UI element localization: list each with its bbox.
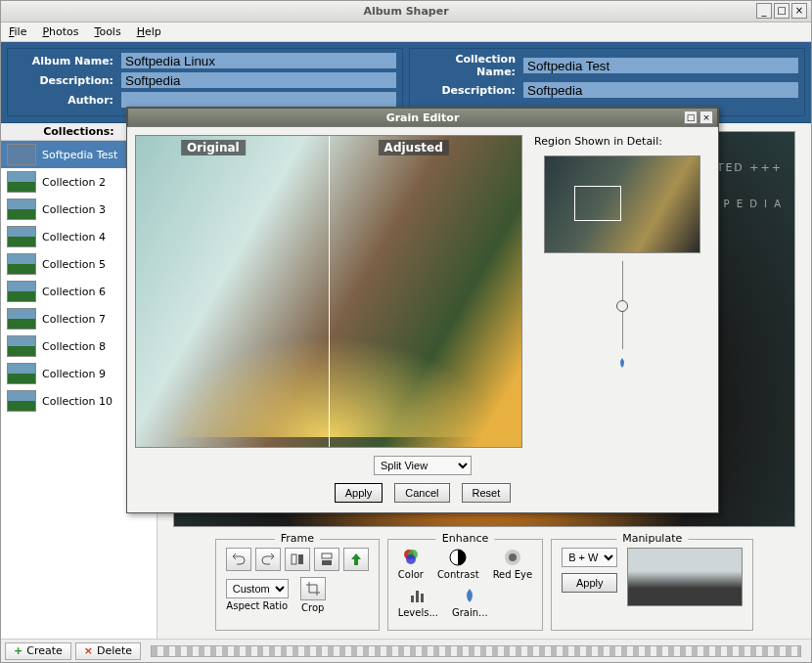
collection-label: Collection 2	[42, 176, 106, 189]
collection-label: Softpedia Test	[42, 149, 117, 161]
view-mode-select[interactable]: Split View	[374, 456, 472, 475]
collection-thumb	[7, 281, 36, 302]
menubar: File Photos Tools Help	[1, 22, 811, 42]
app-title: Album Shaper	[363, 5, 448, 18]
grain-editor-titlebar: Grain Editor □ ×	[127, 108, 718, 127]
status-scale	[151, 645, 801, 657]
enhance-group: Enhance Color Contrast Red Eye	[387, 539, 543, 631]
drop-icon	[616, 357, 628, 369]
collection-label: Collection 3	[42, 203, 106, 216]
svg-point-6	[406, 554, 416, 564]
contrast-icon	[448, 548, 468, 567]
redeye-tool[interactable]: Red Eye	[493, 548, 533, 580]
split-divider[interactable]	[329, 136, 330, 447]
delete-button[interactable]: ×Delete	[75, 642, 141, 660]
collection-label: Collection 7	[42, 313, 106, 326]
grain-slider-track[interactable]	[622, 261, 623, 349]
collection-label: Collection 10	[42, 395, 113, 408]
manipulate-preview	[627, 548, 743, 606]
collection-label: Collection 4	[42, 231, 106, 243]
tool-panel: Frame Custom Aspect Ratio	[158, 531, 811, 639]
grain-tool[interactable]: Grain...	[452, 586, 488, 618]
levels-tool[interactable]: Levels...	[398, 586, 438, 618]
manipulate-mode-select[interactable]: B + W	[562, 548, 617, 567]
collection-description-label: Description:	[416, 84, 523, 97]
flip-h-icon[interactable]	[285, 548, 310, 571]
color-tool[interactable]: Color	[398, 548, 424, 580]
original-label: Original	[181, 140, 246, 155]
menu-file[interactable]: File	[9, 25, 26, 38]
grain-icon	[460, 586, 479, 605]
album-name-field[interactable]	[121, 53, 396, 68]
collection-thumb	[7, 390, 36, 412]
collection-name-label: Collection Name:	[416, 53, 523, 78]
levels-icon	[408, 586, 428, 605]
svg-rect-11	[416, 591, 419, 602]
album-author-field[interactable]	[121, 92, 396, 108]
collection-thumb	[7, 144, 36, 165]
dialog-reset-button[interactable]: Reset	[462, 483, 512, 503]
collection-description-field[interactable]	[523, 82, 798, 98]
plus-icon: +	[14, 644, 23, 657]
manipulate-apply-button[interactable]: Apply	[562, 573, 617, 593]
dialog-close-button[interactable]: ×	[699, 110, 713, 124]
svg-rect-1	[298, 554, 303, 564]
dialog-maximize-button[interactable]: □	[684, 110, 698, 124]
frame-group: Frame Custom Aspect Ratio	[215, 539, 380, 631]
svg-rect-0	[292, 554, 296, 564]
menu-photos[interactable]: Photos	[42, 25, 78, 38]
dialog-controls: Split View Apply Cancel Reset	[127, 456, 718, 512]
collection-thumb	[7, 199, 36, 220]
detail-panel: Region Shown in Detail:	[534, 135, 710, 448]
collection-name-field[interactable]	[523, 58, 798, 73]
svg-rect-12	[421, 594, 424, 602]
color-icon	[401, 548, 421, 567]
collection-thumb	[7, 335, 36, 357]
delete-icon: ×	[84, 644, 93, 657]
aspect-ratio-label: Aspect Ratio	[226, 600, 288, 611]
detail-label: Region Shown in Detail:	[534, 135, 662, 148]
menu-tools[interactable]: Tools	[95, 25, 121, 38]
minimize-button[interactable]: _	[756, 3, 772, 19]
grain-editor-dialog: Grain Editor □ × Original Adjusted Regio…	[126, 107, 719, 513]
collection-label: Collection 9	[42, 368, 106, 380]
collection-thumb	[7, 308, 36, 330]
album-author-label: Author:	[14, 94, 121, 107]
collection-label: Collection 8	[42, 340, 106, 353]
frame-title: Frame	[275, 532, 320, 545]
grain-slider-handle[interactable]	[616, 300, 628, 312]
create-button[interactable]: +Create	[5, 642, 71, 660]
crop-icon[interactable]	[300, 577, 326, 600]
svg-rect-3	[322, 560, 332, 565]
svg-rect-2	[322, 553, 332, 558]
rotate-cw-icon[interactable]	[255, 548, 281, 571]
rotate-ccw-icon[interactable]	[226, 548, 251, 571]
flip-v-icon[interactable]	[314, 548, 339, 571]
manipulate-title: Manipulate	[616, 532, 688, 545]
grain-editor-title: Grain Editor	[386, 111, 460, 124]
maximize-button[interactable]: □	[774, 3, 789, 19]
collection-label: Collection 5	[42, 258, 106, 271]
dialog-cancel-button[interactable]: Cancel	[394, 483, 449, 503]
enhance-title: Enhance	[436, 532, 494, 545]
svg-point-9	[509, 553, 517, 561]
arrow-up-icon[interactable]	[343, 548, 369, 571]
album-name-label: Album Name:	[14, 55, 121, 67]
dialog-apply-button[interactable]: Apply	[335, 483, 383, 503]
detail-thumbnail[interactable]	[544, 155, 700, 253]
collection-thumb	[7, 363, 36, 384]
album-description-label: Description:	[14, 74, 121, 87]
aspect-ratio-select[interactable]: Custom	[226, 579, 289, 598]
album-description-field[interactable]	[121, 72, 396, 88]
redeye-icon	[503, 548, 522, 567]
close-button[interactable]: ×	[791, 3, 807, 19]
collection-thumb	[7, 253, 36, 275]
contrast-tool[interactable]: Contrast	[437, 548, 479, 580]
collection-label: Collection 6	[42, 286, 106, 298]
collection-thumb	[7, 171, 36, 193]
menu-help[interactable]: Help	[137, 25, 161, 38]
svg-rect-10	[411, 596, 414, 602]
split-preview: Original Adjusted	[135, 135, 522, 448]
crop-label: Crop	[301, 602, 324, 613]
detail-region-box[interactable]	[574, 186, 621, 221]
